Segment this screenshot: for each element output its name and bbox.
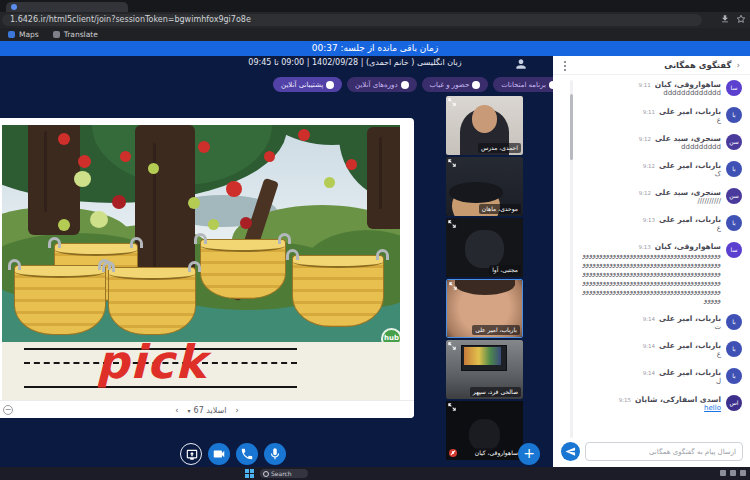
basket: [292, 255, 384, 327]
send-icon: [565, 446, 576, 457]
next-slide-button[interactable]: ›: [175, 406, 178, 415]
webcam-tile[interactable]: بارباب، امیر علی: [446, 279, 523, 338]
webcam-tile[interactable]: مجتبی، آوا: [446, 218, 523, 277]
expand-icon[interactable]: [449, 282, 457, 290]
message-text: ddddddddd: [582, 143, 721, 152]
system-tray[interactable]: [720, 470, 746, 476]
phone-button[interactable]: [236, 443, 258, 465]
avatar: سا: [726, 80, 742, 96]
sender-name: بارباب، امیر علی: [659, 368, 721, 377]
taskbar-app-icon[interactable]: [409, 469, 418, 478]
zoom-out-icon[interactable]: −: [3, 405, 13, 415]
bookmark-translate[interactable]: Translate: [53, 30, 98, 39]
taskbar-app-icon[interactable]: [478, 469, 487, 478]
expand-icon[interactable]: [448, 159, 456, 167]
chat-message: با بارباب، امیر علی 9:14 ت: [582, 314, 742, 332]
mic-icon: [268, 447, 282, 461]
sender-name: بارباب، امیر علی: [659, 161, 721, 170]
chat-message: با بارباب، امیر علی 9:14 ل: [582, 368, 742, 386]
taskbar-search[interactable]: Search: [260, 469, 308, 478]
url-bar[interactable]: 1.6426.ir/html5client/join?sessionToken=…: [2, 14, 702, 26]
session-timer-banner: زمان باقی مانده از جلسه: 00:37: [0, 41, 750, 56]
expand-icon[interactable]: [448, 220, 456, 228]
class-tag-pill[interactable]: حضور و غیاب: [422, 77, 489, 92]
class-tag-pill[interactable]: پشتیبانی آنلاین: [273, 77, 342, 92]
class-info: زبان انگلیسی ( خانم احمدی) | 1402/09/28 …: [230, 58, 480, 67]
expand-icon[interactable]: [448, 98, 456, 106]
taskbar-app-icon[interactable]: [432, 469, 441, 478]
sender-name: بارباب، امیر علی: [659, 107, 721, 116]
public-chat-panel: ‹ گفتگوی همگانی سا ساهواروقی، کیان 9:11 …: [553, 56, 750, 467]
bookmark-star-icon[interactable]: [736, 14, 746, 24]
message-text: ت: [582, 323, 721, 332]
avatar: سن: [726, 188, 742, 204]
actions-plus-button[interactable]: +: [518, 443, 540, 465]
message-text: ddddddddddddd: [582, 89, 721, 98]
chat-input[interactable]: [585, 442, 743, 461]
avatar: با: [726, 215, 742, 231]
taskbar-app-icon[interactable]: [340, 469, 349, 478]
collapse-chat-icon[interactable]: ‹: [736, 60, 740, 70]
tag-icon: [326, 81, 334, 89]
taskbar-app-icon[interactable]: [386, 469, 395, 478]
class-tags: برنامه امتحانات حضور و غیاب دوره‌های آنل…: [293, 77, 565, 92]
message-text: //////////: [582, 197, 721, 206]
tag-icon: [472, 81, 480, 89]
chat-message: سن سنجری، سید علی 9:12 ddddddddd: [582, 134, 742, 152]
screen: 1.6426.ir/html5client/join?sessionToken=…: [0, 0, 750, 480]
save-icon[interactable]: [720, 14, 730, 24]
bookmark-maps[interactable]: Maps: [8, 30, 39, 39]
screenshare-button[interactable]: [180, 443, 202, 465]
webcam-tile[interactable]: صالحی فرد، سپهر: [446, 340, 523, 399]
taskbar-app-icon[interactable]: [455, 469, 464, 478]
message-text: ع: [582, 116, 721, 125]
chat-scrollbar[interactable]: [570, 80, 573, 438]
chat-menu-icon[interactable]: [563, 61, 566, 73]
webcam-tile[interactable]: احمدی، مدرس: [446, 96, 523, 155]
class-tag-pill[interactable]: دوره‌های آنلاین: [347, 77, 416, 92]
message-time: 9:11: [643, 109, 655, 115]
mic-muted-icon: [449, 449, 457, 457]
chat-title: گفتگوی همگانی: [664, 60, 731, 70]
webcam-button[interactable]: [208, 443, 230, 465]
microphone-button[interactable]: [264, 443, 286, 465]
slide-word: pick: [96, 335, 207, 389]
prev-slide-button[interactable]: ‹: [235, 406, 238, 415]
participants-icon[interactable]: [514, 56, 528, 70]
chat-message: اس اسدی اسفارکی، شایان 9:15 hello: [582, 395, 742, 413]
avatar: با: [726, 161, 742, 177]
translate-icon: [53, 31, 60, 38]
chat-message: سا ساهواروقی، کیان 9:11 ddddddddddddd: [582, 80, 742, 98]
webcam-tile[interactable]: ساهواروقی، کیان: [446, 401, 523, 460]
chat-message-list: سا ساهواروقی، کیان 9:11 ddddddddddddd با…: [582, 80, 742, 438]
message-text: ک: [582, 170, 721, 179]
chat-message: سن سنجری، سید علی 9:12 //////////: [582, 188, 742, 206]
message-time: 9:12: [643, 163, 655, 169]
taskbar-app-icon[interactable]: [501, 469, 510, 478]
slide-selector[interactable]: اسلاید 67 ▾: [188, 406, 227, 415]
message-text: وووووووووووووووووووووووووووووووووووووووو…: [582, 251, 721, 305]
sender-name: بارباب، امیر علی: [659, 215, 721, 224]
sender-name: ساهواروقی، کیان: [655, 242, 721, 251]
message-time: 9:14: [643, 343, 655, 349]
message-time: 9:14: [643, 316, 655, 322]
expand-icon[interactable]: [448, 403, 456, 411]
chat-message: با بارباب، امیر علی 9:11 ع: [582, 107, 742, 125]
basket: [200, 239, 286, 299]
send-message-button[interactable]: [561, 442, 580, 461]
message-time: 9:14: [643, 370, 655, 376]
expand-icon[interactable]: [448, 342, 456, 350]
chat-message: با بارباب، امیر علی 9:12 ک: [582, 161, 742, 179]
webcam-strip: احمدی، مدرس موحدی، ماهان مجتبی، آوا بارب…: [446, 96, 523, 460]
chat-message: سا ساهواروقی، کیان 9:13 وووووووووووووووو…: [582, 242, 742, 305]
browser-tab[interactable]: [6, 2, 128, 12]
avatar: با: [726, 314, 742, 330]
maps-icon: [8, 31, 15, 38]
taskbar-app-icon[interactable]: [363, 469, 372, 478]
chat-message: با بارباب، امیر علی 9:13 ع: [582, 215, 742, 233]
windows-start-icon[interactable]: [245, 469, 254, 478]
tree-trunk: [367, 127, 400, 229]
tab-favicon: [11, 4, 17, 10]
webcam-tile[interactable]: موحدی، ماهان: [446, 157, 523, 216]
basket: [14, 265, 106, 335]
